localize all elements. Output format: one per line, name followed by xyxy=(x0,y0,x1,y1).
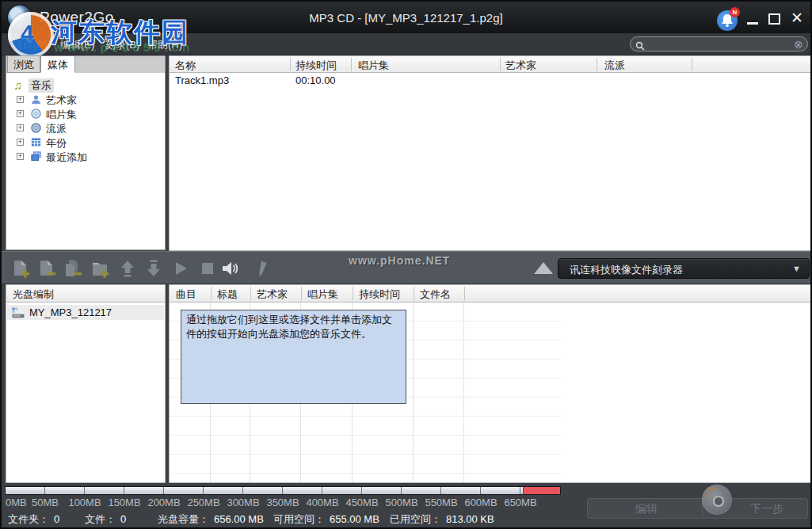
year-grid-icon xyxy=(30,136,42,148)
scale-label: 200MB xyxy=(147,497,180,508)
minimize-button[interactable] xyxy=(747,22,758,25)
scale-label: 450MB xyxy=(345,497,378,508)
tree-item-year[interactable]: + 年份 xyxy=(6,135,165,150)
col-filename[interactable]: 文件名 xyxy=(420,287,451,302)
search-input[interactable] xyxy=(648,38,787,50)
cell-duration: 00:10.00 xyxy=(295,74,336,86)
status-folders: 文件夹：0 xyxy=(8,512,59,527)
col-title[interactable]: 标题 xyxy=(217,287,238,302)
move-down-icon[interactable] xyxy=(144,259,163,278)
extract-files-icon[interactable] xyxy=(63,259,82,278)
burner-device-name: 讯连科技映像文件刻录器 xyxy=(570,263,683,277)
eject-icon[interactable] xyxy=(534,262,553,274)
track-table-header: 曲目 标题 艺术家 唱片集 持续时间 文件名 xyxy=(169,284,812,303)
tree-item-album[interactable]: + 唱片集 xyxy=(6,107,165,121)
media-row-track1[interactable]: Track1.mp3 00:10.00 xyxy=(170,74,811,89)
album-disc-icon xyxy=(30,108,42,120)
scale-label: 150MB xyxy=(108,497,140,508)
search-icon xyxy=(635,40,645,49)
status-capacity: 光盘容量：656.00 MB xyxy=(158,512,264,527)
scale-label: 400MB xyxy=(306,497,338,508)
power2go-window: Power2Go MP3 CD - [MY_MP3_121217_1.p2g] … xyxy=(0,0,812,529)
expand-plus-icon[interactable]: + xyxy=(17,110,24,117)
col-name[interactable]: 名称 xyxy=(175,59,196,73)
col-track[interactable]: 曲目 xyxy=(176,287,196,302)
library-tree: ♫ 音乐 + 艺术家 + 唱片集 + 流派 + 年份 xyxy=(6,73,166,250)
disc-root-item[interactable]: MY_MP3_121217 xyxy=(7,305,164,320)
genre-disc-icon xyxy=(30,122,42,134)
scale-label: 500MB xyxy=(385,497,417,508)
tab-browse[interactable]: 浏览 xyxy=(7,55,40,73)
capacity-overflow-segment xyxy=(523,487,560,494)
tab-media[interactable]: 媒体 xyxy=(40,55,75,73)
volume-icon[interactable] xyxy=(220,259,239,278)
col-duration[interactable]: 持续时间 xyxy=(295,59,337,73)
scale-label: 100MB xyxy=(68,497,101,508)
stop-icon[interactable] xyxy=(198,259,217,278)
add-folder-icon[interactable] xyxy=(90,259,109,278)
scale-label: 250MB xyxy=(187,497,219,508)
scale-label: 650MB xyxy=(504,497,536,508)
move-up-icon[interactable] xyxy=(118,259,137,278)
media-table-body: Track1.mp3 00:10.00 xyxy=(169,73,812,251)
col-album[interactable]: 唱片集 xyxy=(358,59,389,73)
edit-button[interactable]: 编辑 xyxy=(587,498,706,519)
status-free-space: 可用空间：655.00 MB xyxy=(273,512,379,527)
search-box[interactable]: ⊗ xyxy=(630,36,808,51)
expand-plus-icon[interactable]: + xyxy=(17,96,24,103)
expand-plus-icon[interactable]: + xyxy=(17,153,24,160)
col-genre[interactable]: 流派 xyxy=(604,59,625,73)
col-artist[interactable]: 艺术家 xyxy=(257,287,288,302)
status-files: 文件：0 xyxy=(85,512,126,527)
scale-label: 0MB xyxy=(6,497,27,508)
burner-device-dropdown[interactable]: 讯连科技映像文件刻录器 ▼ xyxy=(558,258,810,279)
scale-label: 600MB xyxy=(464,497,497,508)
tree-item-artist[interactable]: + 艺术家 xyxy=(6,93,165,107)
recently-added-icon xyxy=(30,150,42,162)
capacity-bar xyxy=(5,486,561,495)
expand-plus-icon[interactable]: + xyxy=(17,139,24,146)
tree-item-music[interactable]: ♫ 音乐 xyxy=(6,78,165,92)
close-button[interactable]: ✕ xyxy=(789,10,805,26)
notification-badge: N xyxy=(730,7,740,17)
artist-icon xyxy=(30,93,42,105)
maximize-button[interactable] xyxy=(768,13,780,25)
watermark-logo: 4 xyxy=(8,12,54,58)
scale-label: 50MB xyxy=(32,497,59,508)
tree-item-recently-added[interactable]: + 最近添加 xyxy=(6,150,165,164)
media-table-header: 名称 持续时间 唱片集 艺术家 流派 xyxy=(169,55,812,73)
cell-name: Track1.mp3 xyxy=(175,74,229,86)
add-file-icon[interactable] xyxy=(11,259,30,278)
compilation-list: MY_MP3_121217 xyxy=(6,303,166,483)
disc-label: MY_MP3_121217 xyxy=(29,306,112,318)
notification-button[interactable]: N xyxy=(717,9,741,31)
music-note-icon: ♫ xyxy=(13,78,25,90)
watermark-center-url: www.pHome.NET xyxy=(349,254,450,267)
watermark-site-url: www.pc0359.cn xyxy=(54,40,193,54)
watermark-logo-glyph: 4 xyxy=(21,20,34,47)
scale-label: 300MB xyxy=(227,497,259,508)
scale-label: 350MB xyxy=(266,497,299,508)
drag-drop-hint: 通过拖放它们到这里或选择文件并单击添加文件的按钮开始向光盘添加您的音乐文件。 xyxy=(181,310,406,404)
compilation-header: 光盘编制 xyxy=(6,284,166,303)
tree-item-genre[interactable]: + 流派 xyxy=(6,121,165,135)
burn-disc-icon xyxy=(702,485,732,515)
chevron-down-icon: ▼ xyxy=(792,264,801,273)
play-icon[interactable] xyxy=(171,259,190,278)
disc-drive-icon xyxy=(11,306,25,321)
status-used-space: 已用空间：813.00 KB xyxy=(390,512,494,527)
col-album[interactable]: 唱片集 xyxy=(307,287,338,302)
edit-info-icon[interactable] xyxy=(248,259,267,278)
search-clear-icon[interactable]: ⊗ xyxy=(794,38,803,51)
expand-plus-icon[interactable]: + xyxy=(17,124,24,131)
scale-label: 550MB xyxy=(425,497,457,508)
remove-file-icon[interactable] xyxy=(37,259,56,278)
col-artist[interactable]: 艺术家 xyxy=(505,59,536,73)
col-duration[interactable]: 持续时间 xyxy=(359,287,400,302)
